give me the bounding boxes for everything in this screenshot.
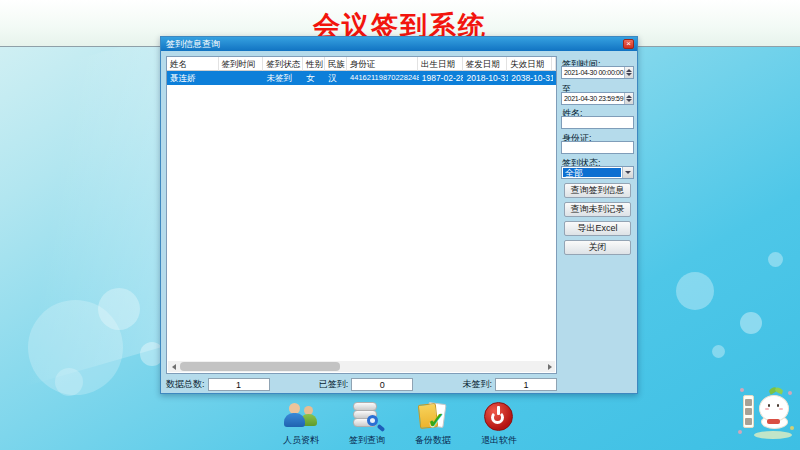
mascot-banner	[743, 395, 754, 428]
taskbar-label: 备份数据	[415, 434, 451, 447]
column-header-name[interactable]: 姓名	[167, 57, 219, 71]
bubble-decoration	[98, 288, 140, 330]
time-from-picker[interactable]: 2021-04-30 00:00:00	[561, 66, 634, 79]
bubble-decoration	[55, 368, 83, 396]
filter-panel: 签到时间: 2021-04-30 00:00:00 至 2021-04-30 2…	[561, 51, 635, 391]
horizontal-scrollbar[interactable]	[168, 361, 555, 372]
scroll-left-arrow-icon[interactable]	[168, 361, 179, 372]
cell-expiry-date: 2038-10-31	[508, 71, 553, 85]
spinner-icon[interactable]	[624, 93, 633, 104]
status-selected-value: 全部	[563, 168, 621, 177]
column-header-signin-time[interactable]: 签到时间	[219, 57, 264, 71]
signin-query-dialog: 签到信息查询 × 姓名 签到时间 签到状态 性别 民族 身份证 出生日期 签发日…	[160, 36, 638, 394]
column-header-signin-status[interactable]: 签到状态	[263, 57, 303, 71]
taskbar-item-exit[interactable]: 退出软件	[466, 402, 532, 447]
scrollbar-thumb[interactable]	[180, 362, 340, 371]
bubble-decoration	[740, 312, 762, 334]
database-search-icon	[349, 402, 385, 432]
table-header: 姓名 签到时间 签到状态 性别 民族 身份证 出生日期 签发日期 失效日期	[167, 57, 556, 71]
taskbar-label: 签到查询	[349, 434, 385, 447]
taskbar-item-personnel[interactable]: 人员资料	[268, 402, 334, 447]
cell-name: 聂连娇	[167, 71, 219, 85]
bubble-decoration	[676, 272, 714, 310]
time-to-picker[interactable]: 2021-04-30 23:59:59	[561, 92, 634, 105]
column-header-gender[interactable]: 性别	[303, 57, 325, 71]
mascot	[738, 388, 794, 440]
column-header-ethnicity[interactable]: 民族	[325, 57, 347, 71]
power-icon	[481, 402, 517, 432]
taskbar-item-signin-query[interactable]: 签到查询	[334, 402, 400, 447]
people-icon	[283, 402, 319, 432]
unsigned-count-value: 1	[495, 378, 557, 391]
signed-count-value: 0	[351, 378, 413, 391]
chevron-down-icon[interactable]	[622, 167, 633, 178]
dialog-title: 签到信息查询	[166, 37, 220, 51]
unsigned-count-label: 未签到:	[462, 378, 492, 391]
cell-birth-date: 1987-02-28	[419, 71, 464, 85]
dialog-titlebar[interactable]: 签到信息查询 ×	[161, 37, 637, 51]
backup-check-icon: ✓	[415, 402, 451, 432]
bubble-decoration	[768, 252, 783, 267]
cell-signin-status: 未签到	[264, 71, 304, 85]
signin-table: 姓名 签到时间 签到状态 性别 民族 身份证 出生日期 签发日期 失效日期 聂连…	[166, 56, 557, 374]
taskbar-item-backup[interactable]: ✓ 备份数据	[400, 402, 466, 447]
total-count-label: 数据总数:	[166, 378, 205, 391]
column-header-birth-date[interactable]: 出生日期	[418, 57, 463, 71]
signin-status-select[interactable]: 全部	[561, 166, 634, 179]
taskbar-label: 退出软件	[481, 434, 517, 447]
time-from-value: 2021-04-30 00:00:00	[564, 67, 623, 78]
scroll-right-arrow-icon[interactable]	[544, 361, 555, 372]
cell-signin-time	[219, 71, 264, 85]
spinner-icon[interactable]	[624, 67, 633, 78]
column-header-expiry-date[interactable]: 失效日期	[507, 57, 552, 71]
cell-ethnicity: 汉	[325, 71, 347, 85]
cell-issue-date: 2018-10-31	[463, 71, 508, 85]
bubble-decoration	[712, 345, 725, 358]
signed-count-label: 已签到:	[319, 378, 349, 391]
query-signin-info-button[interactable]: 查询签到信息	[564, 183, 631, 198]
taskbar-label: 人员资料	[283, 434, 319, 447]
column-header-issue-date[interactable]: 签发日期	[463, 57, 508, 71]
total-count-value: 1	[208, 378, 270, 391]
column-header-id-card[interactable]: 身份证	[347, 57, 418, 71]
cell-extra	[553, 71, 556, 85]
status-bar: 数据总数: 1 已签到: 0 未签到: 1	[166, 377, 557, 391]
taskbar: 人员资料 签到查询 ✓ 备份数据 退出软件	[268, 402, 532, 447]
table-row[interactable]: 聂连娇 未签到 女 汉 441621198702282481 1987-02-2…	[167, 71, 556, 85]
screen: 会议签到系统 签到信息查询 × 姓名 签到时间 签到状态 性别 民族 身份证 出…	[0, 0, 800, 450]
name-input[interactable]	[561, 116, 634, 129]
cell-id-card: 441621198702282481	[347, 71, 419, 85]
query-absent-records-button[interactable]: 查询未到记录	[564, 202, 631, 217]
export-excel-button[interactable]: 导出Excel	[564, 221, 631, 236]
time-to-value: 2021-04-30 23:59:59	[564, 93, 623, 104]
column-header-extra	[552, 57, 556, 71]
id-card-input[interactable]	[561, 141, 634, 154]
cell-gender: 女	[303, 71, 325, 85]
close-dialog-button[interactable]: 关闭	[564, 240, 631, 255]
close-icon[interactable]: ×	[623, 39, 634, 49]
